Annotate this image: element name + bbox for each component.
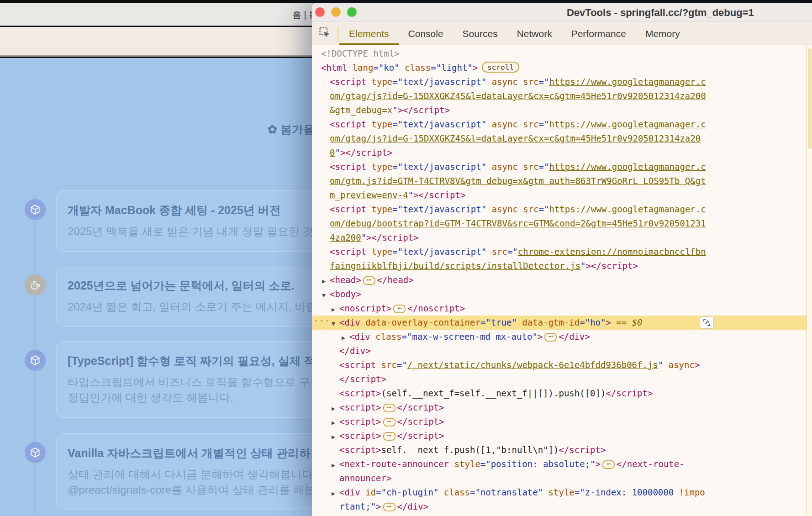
node-menu-dots-icon[interactable]: ··· — [314, 314, 330, 328]
elements-dom-tree[interactable]: <!DOCTYPE html><html lang="ko" class="li… — [312, 45, 807, 516]
dom-tree-node[interactable]: ▶<script>⋯</script> — [312, 415, 807, 429]
inspect-element-button[interactable] — [312, 22, 337, 45]
ellipsis-badge[interactable]: ⋯ — [602, 460, 615, 469]
expand-arrow-icon[interactable]: ▶ — [342, 331, 349, 345]
dom-tree-node[interactable]: announcer> — [312, 471, 807, 485]
dom-tree-node[interactable]: ▼<body> — [312, 287, 807, 301]
expand-arrow-icon[interactable]: ▶ — [332, 458, 339, 472]
scroll-badge[interactable]: scroll — [482, 62, 519, 73]
package-icon — [25, 350, 46, 371]
collapse-arrow-icon[interactable]: ▼ — [332, 316, 339, 331]
panel-tabs: ElementsConsoleSourcesNetworkPerformance… — [339, 22, 690, 45]
vertical-scrollbar[interactable] — [807, 45, 812, 516]
tab-console[interactable]: Console — [399, 22, 453, 45]
dom-tree-node[interactable]: <script>self.__next_f.push([1,"b:null\n"… — [312, 443, 807, 457]
tabbar-divider — [337, 26, 338, 42]
tab-memory[interactable]: Memory — [636, 22, 690, 45]
dom-tree-node[interactable]: 4za200"></script> — [312, 231, 807, 245]
expand-arrow-icon[interactable]: ▶ — [332, 401, 339, 416]
tab-sources[interactable]: Sources — [453, 22, 507, 45]
dom-tree-node[interactable]: ▶<next-route-announcer style="position: … — [312, 457, 807, 471]
package-icon — [25, 199, 46, 220]
tab-network[interactable]: Network — [507, 22, 562, 45]
dom-tree-node[interactable]: faingniikblfbji/build/scripts/installDet… — [312, 259, 807, 273]
dom-tree-node[interactable]: ▶<div class="max-w-screen-md mx-auto">⋯<… — [312, 330, 807, 344]
inspect-cursor-icon — [319, 26, 331, 41]
ellipsis-badge[interactable]: ⋯ — [393, 305, 406, 313]
dom-tree-node[interactable]: om/gtm.js?id=GTM-T4CTRV8V&gtm_debug=x&gt… — [312, 174, 807, 188]
dom-tree-node[interactable]: ▶<script>⋯</script> — [312, 400, 807, 415]
dom-tree-node[interactable]: </script> — [312, 372, 807, 386]
dom-tree-node[interactable]: <script type="text/javascript" async src… — [312, 160, 807, 174]
dom-tree-node[interactable]: <script type="text/javascript" async src… — [312, 202, 807, 216]
ellipsis-badge[interactable]: ⋯ — [363, 276, 375, 285]
scroll-into-view-icon[interactable] — [700, 316, 714, 329]
dom-tree-node[interactable]: ▶<script>⋯</script> — [312, 429, 807, 443]
expand-arrow-icon[interactable]: ▶ — [332, 486, 339, 500]
dom-tree-node[interactable]: <script src="/_next/static/chunks/webpac… — [312, 358, 807, 372]
devtools-window: DevTools - springfall.cc/?gtm_debug=1 El… — [312, 3, 812, 516]
ellipsis-badge[interactable]: ⋯ — [383, 418, 395, 426]
expand-arrow-icon[interactable]: ▶ — [332, 430, 339, 444]
coffee-icon — [25, 274, 46, 295]
ellipsis-badge[interactable]: ⋯ — [383, 432, 395, 441]
expand-arrow-icon[interactable]: ▶ — [332, 416, 339, 430]
expand-arrow-icon[interactable]: ▶ — [332, 302, 339, 316]
ellipsis-badge[interactable]: ⋯ — [383, 404, 395, 412]
dom-tree-node[interactable]: 0"></script> — [312, 146, 807, 160]
devtools-titlebar[interactable]: DevTools - springfall.cc/?gtm_debug=1 — [312, 3, 812, 22]
dom-tree-node[interactable]: <script>(self.__next_f=self.__next_f||[]… — [312, 386, 807, 400]
dom-tree-node[interactable]: ▶<div id="ch-plugin" class="notranslate"… — [312, 485, 807, 500]
site-title[interactable]: ✿ 봄가을 — [268, 122, 315, 137]
devtools-tabbar: ElementsConsoleSourcesNetworkPerformance… — [312, 22, 812, 45]
dom-tree-node[interactable]: ▶<head>⋯</head> — [312, 273, 807, 287]
dom-tree-node[interactable]: <!DOCTYPE html> — [312, 47, 807, 61]
dom-tree-node[interactable]: om/gtag/js?id=G-15DXXGKZ4S&l=dataLayer&c… — [312, 132, 807, 146]
dom-tree-node[interactable]: <script type="text/javascript" async src… — [312, 117, 807, 132]
minimize-button[interactable] — [331, 7, 341, 17]
dom-tree-node-selected[interactable]: ···▼<div data-overlay-container="true" d… — [312, 316, 807, 330]
close-button[interactable] — [315, 7, 325, 17]
package-icon — [25, 442, 46, 463]
tab-elements[interactable]: Elements — [339, 22, 399, 45]
scrollbar-thumb[interactable] — [808, 48, 812, 149]
devtools-window-title: DevTools - springfall.cc/?gtm_debug=1 — [567, 7, 754, 19]
dom-tree-node[interactable]: m_preview=env-4"></script> — [312, 188, 807, 202]
dom-tree-node[interactable]: &gtm_debug=x"></script> — [312, 103, 807, 117]
dom-tree-node[interactable]: <script type="text/javascript" async src… — [312, 75, 807, 89]
dom-tree-node[interactable]: om/gtag/js?id=G-15DXXGKZ4S&l=dataLayer&c… — [312, 89, 807, 103]
dom-tree-node[interactable]: om/debug/bootstrap?id=GTM-T4CTRV8V&src=G… — [312, 216, 807, 231]
dom-tree-node[interactable]: <html lang="ko" class="light">scroll — [312, 61, 807, 75]
expand-arrow-icon[interactable]: ▶ — [322, 274, 330, 288]
dom-tree-node[interactable]: </div> — [312, 344, 807, 358]
tab-performance[interactable]: Performance — [562, 22, 636, 45]
ellipsis-badge[interactable]: ⋯ — [544, 333, 557, 342]
collapse-arrow-icon[interactable]: ▼ — [322, 288, 330, 302]
zoom-button[interactable] — [347, 7, 357, 17]
dom-tree-node[interactable]: ▶<noscript>⋯</noscript> — [312, 301, 807, 316]
dom-tree-node[interactable]: <script type="text/javascript" src="chro… — [312, 245, 807, 259]
ellipsis-badge[interactable]: ⋯ — [383, 503, 395, 511]
dom-tree-node[interactable]: rtant;">⋯</div> — [312, 500, 807, 514]
